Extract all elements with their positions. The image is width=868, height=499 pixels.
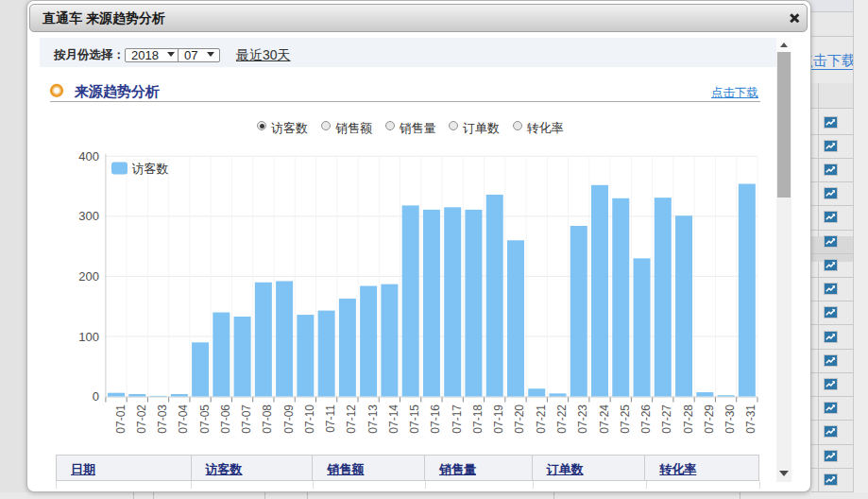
svg-text:07-12: 07-12 — [345, 404, 358, 434]
svg-text:07-10: 07-10 — [303, 404, 316, 434]
svg-text:07-22: 07-22 — [555, 404, 569, 434]
svg-text:07-25: 07-25 — [619, 404, 632, 434]
svg-text:300: 300 — [78, 209, 99, 223]
svg-text:07-08: 07-08 — [261, 404, 274, 434]
svg-text:07-04: 07-04 — [177, 404, 190, 434]
svg-text:07-14: 07-14 — [387, 404, 400, 434]
svg-text:07-17: 07-17 — [451, 404, 464, 434]
svg-text:07-05: 07-05 — [198, 404, 212, 434]
svg-text:07-21: 07-21 — [535, 404, 548, 434]
svg-text:07-18: 07-18 — [471, 404, 485, 434]
svg-text:07-15: 07-15 — [408, 404, 421, 434]
svg-text:访客数: 访客数 — [132, 162, 169, 176]
svg-text:07-19: 07-19 — [492, 404, 505, 434]
svg-text:07-23: 07-23 — [576, 404, 589, 434]
svg-text:100: 100 — [78, 330, 99, 344]
svg-text:07-01: 07-01 — [114, 404, 128, 434]
svg-text:400: 400 — [78, 149, 99, 163]
svg-text:0: 0 — [93, 389, 99, 404]
svg-text:07-31: 07-31 — [744, 404, 757, 434]
svg-text:07-03: 07-03 — [156, 404, 169, 434]
svg-text:07-26: 07-26 — [639, 404, 653, 434]
svg-text:07-27: 07-27 — [660, 404, 673, 434]
svg-text:07-20: 07-20 — [513, 404, 526, 434]
svg-text:07-06: 07-06 — [219, 404, 232, 434]
svg-text:07-07: 07-07 — [240, 404, 253, 434]
svg-text:07-28: 07-28 — [682, 404, 695, 434]
svg-text:200: 200 — [78, 269, 99, 284]
svg-text:07-11: 07-11 — [324, 404, 337, 433]
svg-text:07-24: 07-24 — [598, 404, 611, 434]
svg-text:07-30: 07-30 — [723, 404, 737, 434]
svg-text:07-13: 07-13 — [366, 404, 380, 434]
svg-text:07-16: 07-16 — [429, 404, 442, 434]
svg-text:07-09: 07-09 — [282, 404, 296, 434]
svg-text:07-02: 07-02 — [135, 404, 148, 434]
svg-text:07-29: 07-29 — [703, 404, 716, 434]
